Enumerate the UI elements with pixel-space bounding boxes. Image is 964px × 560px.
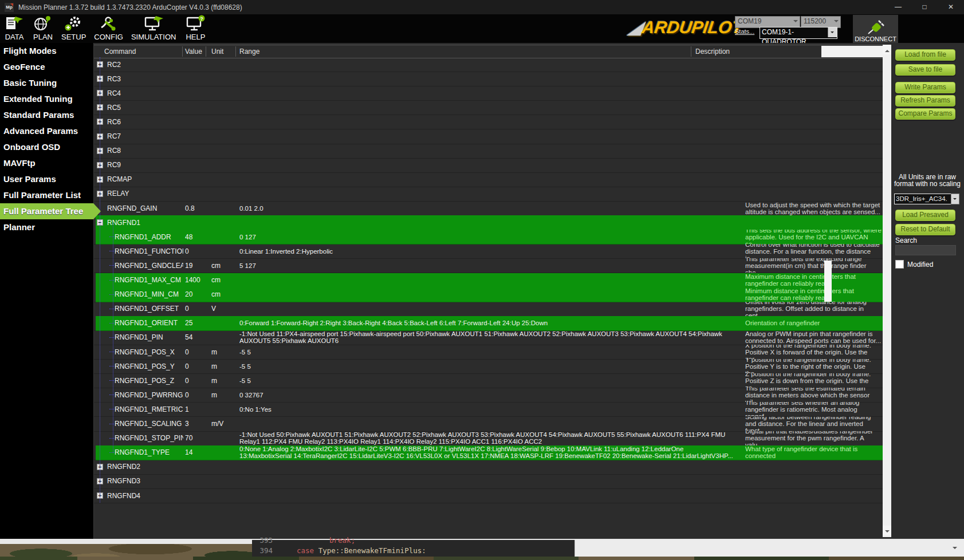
com-port-select[interactable]: COM19 <box>735 16 800 28</box>
table-row[interactable]: +RC8 <box>94 144 883 159</box>
sidebar-item-full-parameter-tree[interactable]: Full Parameter Tree <box>0 203 93 219</box>
sidebar-item-onboard-osd[interactable]: Onboard OSD <box>0 139 93 155</box>
write-params-button[interactable]: Write Params <box>895 82 955 93</box>
minimize-button[interactable]: — <box>885 0 911 14</box>
save-to-file-button[interactable]: Save to file <box>895 64 955 76</box>
table-row[interactable]: +RC4 <box>94 86 883 101</box>
table-row[interactable]: RNGFND1_ADDR480 127This sets the bus add… <box>94 230 883 244</box>
table-row[interactable]: −RNGFND1 <box>94 215 883 230</box>
column-header-unit[interactable]: Unit <box>211 48 223 56</box>
table-row[interactable]: RNGFND_GAIN0.80.01 2.0Used to adjust the… <box>94 201 883 216</box>
plan-icon <box>33 15 53 32</box>
table-row[interactable]: +RC5 <box>94 100 883 115</box>
sidebar-item-planner[interactable]: Planner <box>0 219 93 235</box>
table-row[interactable]: RNGFND1_SCALING3m/VScaling factor betwee… <box>94 417 883 432</box>
table-row[interactable]: +RNGFND3 <box>94 474 883 489</box>
column-header-range[interactable]: Range <box>239 48 259 56</box>
baud-rate-select[interactable]: 115200 <box>801 16 841 28</box>
table-row[interactable]: RNGFND1_FUNCTION00:Linear 1:Inverted 2:H… <box>94 244 883 259</box>
search-input[interactable] <box>895 245 956 255</box>
expand-icon[interactable]: + <box>97 76 103 82</box>
tree-scrollbar-thumb[interactable] <box>824 261 832 302</box>
table-row[interactable]: RNGFND1_OFFSET0VOffset in volts for zero… <box>94 302 883 317</box>
sidebar-item-flight-modes[interactable]: Flight Modes <box>0 43 93 59</box>
modified-checkbox[interactable] <box>895 260 904 269</box>
tree-connector <box>109 309 114 309</box>
table-row[interactable]: RNGFND1_STOP_PIN70-1:Not Used 50:Pixhawk… <box>94 431 883 446</box>
toolbar-item-help[interactable]: ?HELP <box>180 14 211 43</box>
table-row[interactable]: +RCMAP <box>94 172 883 187</box>
column-header-value[interactable]: Value <box>185 48 202 56</box>
device-select[interactable]: COM19-1-QUADROTOR <box>760 27 837 39</box>
sidebar-item-mavftp[interactable]: MAVFtp <box>0 155 93 171</box>
table-row[interactable]: +RC3 <box>94 72 883 86</box>
toolbar-item-config[interactable]: CONFIG <box>90 14 127 43</box>
compare-params-button[interactable]: Compare Params <box>895 108 955 120</box>
table-row[interactable]: RNGFND1_MAX_CM1400cmMaximum distance in … <box>94 273 883 288</box>
param-value: 1 <box>185 402 210 416</box>
sidebar-item-full-parameter-list[interactable]: Full Parameter List <box>0 187 93 203</box>
maximize-button[interactable]: □ <box>911 0 938 14</box>
chevron-down-icon[interactable] <box>951 194 959 204</box>
scroll-up-button[interactable] <box>883 45 892 54</box>
table-row[interactable]: +RC6 <box>94 115 883 129</box>
expand-icon[interactable]: + <box>97 478 103 484</box>
expand-icon[interactable]: + <box>97 61 103 68</box>
baud-rate-value: 115200 <box>804 17 826 25</box>
table-row[interactable]: +RC2 <box>94 57 883 72</box>
expand-icon[interactable]: + <box>97 464 103 470</box>
table-row[interactable]: RNGFND1_TYPE140:None 1:Analog 2:Maxbotix… <box>94 445 883 460</box>
table-row[interactable]: RNGFND1_RMETRIC10:No 1:YesThis parameter… <box>94 402 883 417</box>
column-header-command[interactable]: Command <box>104 48 136 56</box>
refresh-params-button[interactable]: Refresh Params <box>895 95 955 107</box>
sidebar-item-extended-tuning[interactable]: Extended Tuning <box>0 91 93 107</box>
reset-to-default-button[interactable]: Reset to Default <box>895 224 955 235</box>
sidebar-item-basic-tuning[interactable]: Basic Tuning <box>0 75 93 91</box>
modified-toggle[interactable]: Modified <box>895 260 933 269</box>
expand-icon[interactable]: + <box>97 176 103 183</box>
toolbar-item-setup[interactable]: SETUP <box>57 14 90 43</box>
table-row[interactable]: +RELAY <box>94 187 883 202</box>
scroll-down-button[interactable] <box>883 526 892 535</box>
expand-icon[interactable]: + <box>97 119 103 125</box>
table-row[interactable]: +RC9 <box>94 158 883 173</box>
vertical-scrollbar[interactable] <box>883 45 892 537</box>
table-row[interactable]: +RNGFND4 <box>94 488 883 503</box>
table-row[interactable]: RNGFND1_GNDCLEAR19cm5 127This parameter … <box>94 258 883 273</box>
table-row[interactable]: RNGFND1_PWRRNG0m0 32767This parameter se… <box>94 388 883 403</box>
table-row[interactable]: RNGFND1_POS_X0m-5 5X position of the ran… <box>94 345 883 360</box>
table-row[interactable]: RNGFND1_ORIENT250:Forward 1:Forward-Righ… <box>94 316 883 331</box>
table-row[interactable]: RNGFND1_MIN_CM20cmMinimum distance in ce… <box>94 287 883 302</box>
table-row[interactable]: RNGFND1_PIN54-1:Not Used 11:PX4-airspeed… <box>94 330 883 345</box>
toolbar-item-simulation[interactable]: SIMULATION <box>127 14 180 43</box>
toolbar-item-data[interactable]: DATA <box>0 14 29 43</box>
expand-icon[interactable]: + <box>97 148 103 154</box>
column-header-description[interactable]: Description <box>695 48 730 56</box>
sidebar-item-geofence[interactable]: GeoFence <box>0 59 93 75</box>
expand-icon[interactable]: + <box>97 104 103 111</box>
sidebar-item-advanced-params[interactable]: Advanced Params <box>0 123 93 139</box>
load-from-file-button[interactable]: Load from file <box>895 49 955 61</box>
collapse-icon[interactable]: − <box>97 219 103 226</box>
expand-icon[interactable]: + <box>97 492 103 499</box>
expand-icon[interactable]: + <box>97 90 103 96</box>
svg-text:?: ? <box>200 16 204 22</box>
toolbar-item-plan[interactable]: PLAN <box>29 14 57 43</box>
disconnect-button[interactable]: DISCONNECT <box>853 15 898 44</box>
expand-icon[interactable]: + <box>97 162 103 168</box>
table-row[interactable]: RNGFND1_POS_Z0m-5 5Z position of the ran… <box>94 373 883 388</box>
close-button[interactable]: ✕ <box>938 0 964 14</box>
preset-select[interactable]: 3DR_Iris+_AC34. <box>894 194 953 204</box>
table-row[interactable]: +RNGFND2 <box>94 460 883 475</box>
load-presaved-button[interactable]: Load Presaved <box>895 210 955 221</box>
param-description: Control over what function is used to ca… <box>745 244 882 258</box>
chevron-down-icon[interactable] <box>828 27 837 37</box>
scroll-corner <box>821 46 883 57</box>
table-row[interactable]: +RC7 <box>94 129 883 144</box>
table-row[interactable]: RNGFND1_POS_Y0m-5 5Y position of the ran… <box>94 359 883 374</box>
sidebar-item-user-params[interactable]: User Params <box>0 171 93 187</box>
sidebar-item-standard-params[interactable]: Standard Params <box>0 107 93 123</box>
stats-link[interactable]: Stats... <box>735 28 754 35</box>
expand-icon[interactable]: + <box>97 133 103 140</box>
expand-icon[interactable]: + <box>97 191 103 197</box>
